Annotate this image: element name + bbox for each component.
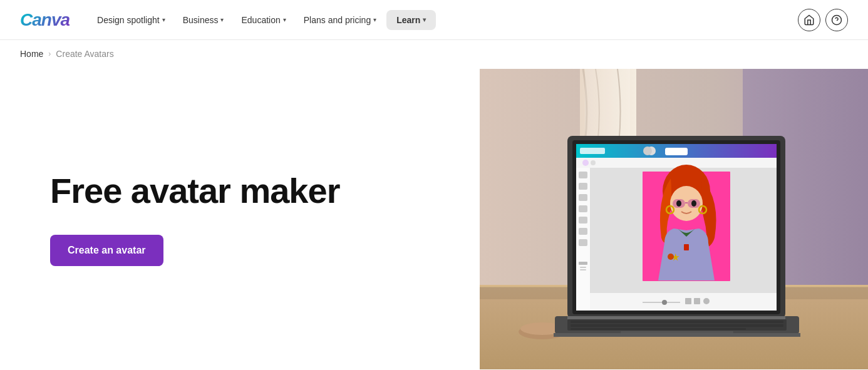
chevron-down-icon: ▾ xyxy=(162,16,165,23)
chevron-down-icon: ▾ xyxy=(220,16,224,23)
nav-label-plans-pricing: Plans and pricing xyxy=(304,15,371,25)
svg-rect-17 xyxy=(554,333,800,337)
svg-point-24 xyxy=(643,146,652,155)
svg-rect-27 xyxy=(576,158,777,168)
nav-links: Design spotlight ▾ Business ▾ Education … xyxy=(90,10,798,30)
chevron-down-icon: ▾ xyxy=(423,16,426,23)
svg-point-28 xyxy=(582,160,589,166)
main-nav: Canva Design spotlight ▾ Business ▾ Educ… xyxy=(0,0,868,40)
svg-rect-31 xyxy=(579,172,587,178)
svg-rect-58 xyxy=(685,298,691,304)
nav-icon-group xyxy=(798,9,848,31)
help-icon xyxy=(831,14,842,26)
chevron-down-icon: ▾ xyxy=(283,16,286,23)
svg-rect-34 xyxy=(579,205,587,212)
svg-point-49 xyxy=(691,200,696,207)
create-avatar-button[interactable]: Create an avatar xyxy=(50,235,163,266)
svg-rect-39 xyxy=(580,267,586,268)
svg-rect-32 xyxy=(579,183,587,190)
svg-point-48 xyxy=(676,200,681,207)
nav-item-learn[interactable]: Learn ▾ xyxy=(386,10,436,30)
svg-rect-36 xyxy=(579,228,587,235)
nav-label-business: Business xyxy=(183,15,219,25)
nav-label-design-spotlight: Design spotlight xyxy=(97,15,160,25)
laptop-illustration xyxy=(480,69,868,369)
nav-label-learn: Learn xyxy=(396,15,420,25)
svg-point-60 xyxy=(703,298,710,304)
svg-rect-52 xyxy=(684,244,689,250)
breadcrumb-home-link[interactable]: Home xyxy=(20,49,43,59)
svg-rect-38 xyxy=(579,262,587,265)
svg-rect-33 xyxy=(579,194,587,201)
help-button[interactable] xyxy=(825,9,848,31)
svg-rect-40 xyxy=(580,269,586,270)
svg-rect-61 xyxy=(567,316,785,319)
svg-point-54 xyxy=(668,254,674,260)
hero-right-panel xyxy=(401,69,868,369)
svg-rect-35 xyxy=(579,217,587,224)
home-icon xyxy=(803,14,815,26)
svg-rect-26 xyxy=(666,149,686,154)
svg-point-29 xyxy=(591,160,596,165)
svg-rect-15 xyxy=(571,328,746,330)
svg-rect-37 xyxy=(579,239,587,246)
svg-rect-59 xyxy=(694,298,700,304)
svg-rect-55 xyxy=(590,293,777,311)
svg-rect-22 xyxy=(580,148,605,154)
home-button[interactable] xyxy=(798,9,820,31)
svg-rect-14 xyxy=(571,324,783,327)
svg-point-57 xyxy=(662,300,667,305)
main-content: Free avatar maker Create an avatar xyxy=(0,68,868,370)
chevron-down-icon: ▾ xyxy=(373,16,376,23)
canva-logo[interactable]: Canva xyxy=(20,10,70,30)
nav-label-education: Education xyxy=(241,15,280,25)
svg-rect-13 xyxy=(571,321,783,323)
svg-rect-16 xyxy=(621,331,733,333)
breadcrumb-current-page: Create Avatars xyxy=(56,49,113,59)
breadcrumb: Home › Create Avatars xyxy=(0,40,868,68)
nav-item-design-spotlight[interactable]: Design spotlight ▾ xyxy=(90,10,173,30)
nav-item-education[interactable]: Education ▾ xyxy=(234,10,293,30)
hero-left-panel: Free avatar maker Create an avatar xyxy=(50,146,376,292)
nav-item-plans-pricing[interactable]: Plans and pricing ▾ xyxy=(296,10,384,30)
nav-item-business[interactable]: Business ▾ xyxy=(175,10,232,30)
breadcrumb-separator: › xyxy=(48,49,51,58)
hero-title: Free avatar maker xyxy=(50,172,376,210)
